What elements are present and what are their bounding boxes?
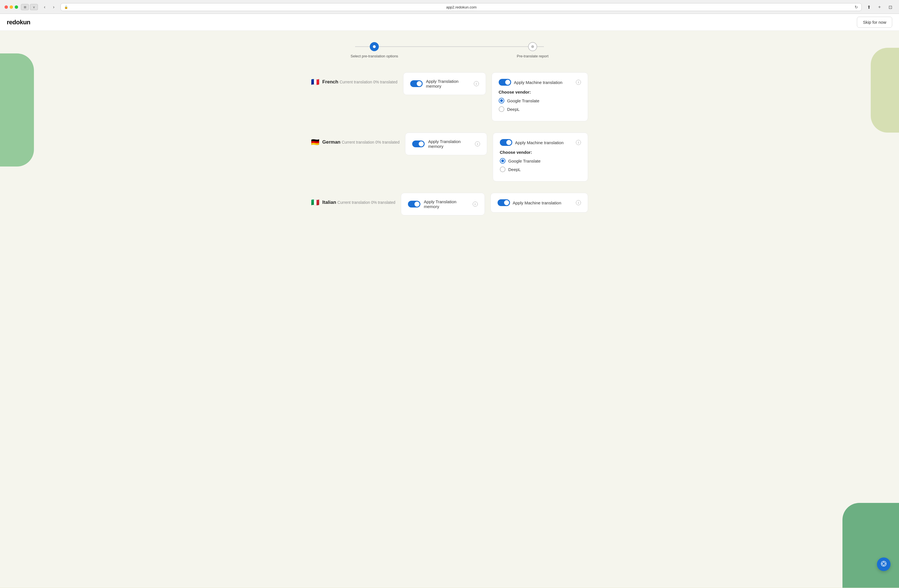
help-icon	[880, 560, 887, 568]
step-1-circle	[370, 42, 379, 51]
german-translation-memory-toggle[interactable]	[412, 140, 425, 147]
french-language-status: Current translation 0% translated	[340, 80, 397, 84]
back-button[interactable]: ‹	[41, 3, 49, 11]
navigation-buttons: ‹ ›	[41, 3, 58, 11]
browser-chrome: ⊞ ∨ ‹ › 🔒 app2.redokun.com ↻ ⬆ + ⊡	[0, 0, 899, 14]
french-deepl-radio[interactable]	[499, 106, 504, 112]
step-2-circle	[528, 42, 537, 51]
italian-language-info: 🇮🇹 Italian Current translation 0% transl…	[311, 193, 395, 206]
german-language-info: 🇩🇪 German Current translation 0% transla…	[311, 133, 400, 146]
bg-decoration-right-top	[871, 48, 899, 133]
german-deepl-radio[interactable]	[500, 167, 505, 172]
address-bar[interactable]: 🔒 app2.redokun.com ↻	[60, 3, 862, 11]
german-flag-icon: 🇩🇪	[311, 138, 320, 146]
italian-translation-memory-card: Apply Translation memory i	[401, 193, 485, 215]
german-google-translate-option[interactable]: Google Translate	[500, 158, 581, 164]
close-window-button[interactable]	[5, 5, 8, 9]
url-display: app2.redokun.com	[70, 5, 853, 9]
italian-machine-translation-toggle[interactable]	[497, 199, 510, 206]
french-machine-translation-info-icon[interactable]: i	[576, 80, 581, 85]
italian-machine-translation-card: Apply Machine translation i	[491, 193, 588, 213]
french-google-translate-label: Google Translate	[507, 98, 539, 103]
step-2-label: Pre-translate report	[517, 54, 548, 58]
bg-decoration-left	[0, 53, 34, 167]
language-row-french: 🇫🇷 French Current translation 0% transla…	[311, 73, 588, 121]
main-background: Select pre-translation options Pre-trans…	[0, 31, 899, 588]
german-deepl-option[interactable]: DeepL	[500, 167, 581, 172]
maximize-window-button[interactable]	[15, 5, 18, 9]
german-machine-translation-row: Apply Machine translation i	[500, 139, 581, 146]
window-controls: ⊞ ∨	[21, 4, 38, 10]
german-vendor-section: Choose vendor: Google Translate DeepL	[500, 150, 581, 172]
traffic-lights	[5, 5, 18, 9]
german-google-translate-radio[interactable]	[500, 158, 505, 164]
french-google-translate-option[interactable]: Google Translate	[499, 98, 581, 103]
french-translation-memory-toggle[interactable]	[410, 80, 423, 87]
german-language-name: German	[322, 139, 340, 145]
german-machine-translation-label: Apply Machine translation	[515, 140, 573, 145]
italian-translation-memory-info-icon[interactable]: i	[473, 202, 478, 207]
stepper: Select pre-translation options Pre-trans…	[351, 42, 548, 58]
italian-machine-translation-label: Apply Machine translation	[513, 201, 573, 205]
language-row-german: 🇩🇪 German Current translation 0% transla…	[311, 133, 588, 182]
window-menu-button[interactable]: ∨	[30, 4, 38, 10]
german-translation-memory-label: Apply Translation memory	[428, 139, 471, 149]
french-translation-memory-card: Apply Translation memory i	[403, 73, 486, 95]
french-choose-vendor-label: Choose vendor:	[499, 90, 581, 94]
step-1-label: Select pre-translation options	[351, 54, 398, 58]
french-language-name: French	[322, 79, 338, 85]
italian-machine-translation-row: Apply Machine translation i	[497, 199, 581, 206]
french-vendor-section: Choose vendor: Google Translate DeepL	[499, 90, 581, 112]
german-deepl-label: DeepL	[508, 167, 521, 172]
italian-language-status: Current translation 0% translated	[338, 200, 395, 205]
french-translation-memory-label: Apply Translation memory	[426, 79, 470, 88]
sidebar-toggle-button[interactable]: ⊞	[21, 4, 29, 10]
french-deepl-option[interactable]: DeepL	[499, 106, 581, 112]
stepper-step-2: Pre-translate report	[517, 42, 548, 58]
french-machine-translation-label: Apply Machine translation	[514, 80, 573, 85]
share-button[interactable]: ⬆	[865, 3, 873, 11]
svg-point-1	[882, 562, 885, 565]
italian-flag-icon: 🇮🇹	[311, 198, 320, 206]
german-machine-translation-toggle[interactable]	[500, 139, 512, 146]
lock-icon: 🔒	[64, 5, 68, 9]
skip-for-now-button[interactable]: Skip for now	[857, 17, 892, 28]
german-machine-translation-info-icon[interactable]: i	[576, 140, 581, 145]
reload-button[interactable]: ↻	[854, 5, 858, 9]
language-row-italian: 🇮🇹 Italian Current translation 0% transl…	[311, 193, 588, 215]
french-translation-memory-info-icon[interactable]: i	[474, 81, 479, 86]
french-language-info: 🇫🇷 French Current translation 0% transla…	[311, 73, 397, 86]
content-wrapper: Select pre-translation options Pre-trans…	[294, 31, 605, 238]
french-machine-translation-row: Apply Machine translation i	[499, 79, 581, 86]
german-machine-translation-card: Apply Machine translation i Choose vendo…	[493, 133, 588, 182]
logo: redokun	[7, 19, 30, 26]
french-deepl-label: DeepL	[507, 107, 520, 112]
forward-button[interactable]: ›	[50, 3, 58, 11]
toolbar-right: ⬆ + ⊡	[865, 3, 894, 11]
french-google-translate-radio[interactable]	[499, 98, 504, 103]
german-google-translate-label: Google Translate	[508, 159, 541, 164]
tab-overview-button[interactable]: ⊡	[886, 3, 894, 11]
new-tab-button[interactable]: +	[875, 3, 884, 11]
french-machine-translation-card: Apply Machine translation i Choose vendo…	[492, 73, 588, 121]
german-language-status: Current translation 0% translated	[342, 140, 400, 145]
help-button[interactable]	[877, 557, 891, 571]
italian-language-name: Italian	[322, 199, 336, 205]
italian-translation-memory-label: Apply Translation memory	[424, 199, 469, 209]
stepper-step-1: Select pre-translation options	[351, 42, 398, 58]
app-header: redokun Skip for now	[0, 14, 899, 31]
italian-translation-memory-toggle[interactable]	[408, 201, 420, 207]
bg-decoration-right-bottom	[842, 503, 899, 588]
german-choose-vendor-label: Choose vendor:	[500, 150, 581, 154]
minimize-window-button[interactable]	[9, 5, 13, 9]
italian-machine-translation-info-icon[interactable]: i	[576, 200, 581, 205]
french-machine-translation-toggle[interactable]	[499, 79, 511, 86]
french-flag-icon: 🇫🇷	[311, 78, 320, 86]
german-translation-memory-card: Apply Translation memory i	[405, 133, 487, 155]
german-translation-memory-info-icon[interactable]: i	[475, 141, 480, 147]
